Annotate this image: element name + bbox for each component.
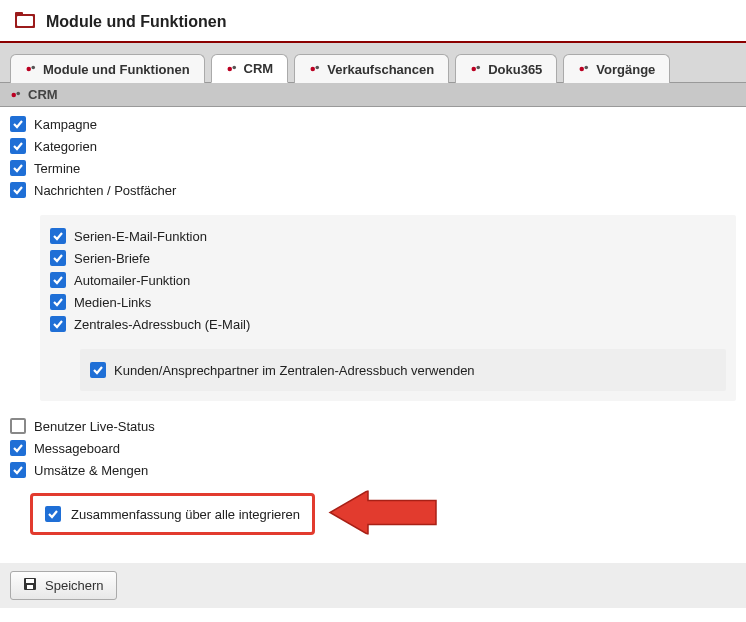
footer-bar: Speichern [0, 563, 746, 608]
tab-doku365[interactable]: Doku365 [455, 54, 557, 83]
tab-label: Doku365 [488, 62, 542, 77]
label-messageboard: Messageboard [34, 441, 120, 456]
label-benutzer-live: Benutzer Live-Status [34, 419, 155, 434]
gear-icon [226, 63, 238, 75]
save-icon [23, 577, 37, 594]
checkbox-kategorien[interactable] [10, 138, 26, 154]
gear-icon [470, 63, 482, 75]
svg-point-5 [227, 66, 232, 71]
checkbox-umsaetze[interactable] [10, 462, 26, 478]
gear-icon [10, 89, 22, 101]
label-serien-briefe: Serien-Briefe [74, 251, 150, 266]
tab-label: Verkaufschancen [327, 62, 434, 77]
label-zusammenfassung: Zusammenfassung über alle integrieren [71, 507, 300, 522]
svg-point-6 [232, 65, 236, 69]
highlight-box: Zusammenfassung über alle integrieren [30, 493, 315, 535]
svg-point-13 [12, 92, 17, 97]
checkbox-benutzer-live[interactable] [10, 418, 26, 434]
tab-module-funktionen[interactable]: Module und Funktionen [10, 54, 205, 83]
checkbox-medien-links[interactable] [50, 294, 66, 310]
settings-content: Kampagne Kategorien Termine Nachrichten … [0, 107, 746, 549]
label-umsaetze: Umsätze & Mengen [34, 463, 148, 478]
svg-point-4 [31, 66, 35, 70]
section-head-label: CRM [28, 87, 58, 102]
checkbox-nachrichten[interactable] [10, 182, 26, 198]
svg-rect-1 [17, 16, 33, 26]
svg-point-10 [477, 66, 481, 70]
checkbox-serien-briefe[interactable] [50, 250, 66, 266]
checkbox-zentrales-adressbuch[interactable] [50, 316, 66, 332]
svg-point-9 [472, 67, 477, 72]
label-kampagne: Kampagne [34, 117, 97, 132]
checkbox-automailer[interactable] [50, 272, 66, 288]
nachrichten-subgroup: Serien-E-Mail-Funktion Serien-Briefe Aut… [40, 215, 736, 401]
label-automailer: Automailer-Funktion [74, 273, 190, 288]
svg-point-7 [311, 67, 316, 72]
svg-point-11 [580, 67, 585, 72]
label-termine: Termine [34, 161, 80, 176]
tab-label: Vorgänge [596, 62, 655, 77]
arrow-icon [328, 491, 438, 538]
tab-label: CRM [244, 61, 274, 76]
gear-icon [578, 63, 590, 75]
svg-rect-17 [27, 585, 33, 589]
checkbox-kampagne[interactable] [10, 116, 26, 132]
gear-icon [25, 63, 37, 75]
label-nachrichten: Nachrichten / Postfächer [34, 183, 176, 198]
tab-bar: Module und Funktionen CRM Verkaufschance… [0, 43, 746, 83]
checkbox-termine[interactable] [10, 160, 26, 176]
tab-label: Module und Funktionen [43, 62, 190, 77]
save-button-label: Speichern [45, 578, 104, 593]
label-medien-links: Medien-Links [74, 295, 151, 310]
label-kategorien: Kategorien [34, 139, 97, 154]
checkbox-serien-email[interactable] [50, 228, 66, 244]
section-head-crm: CRM [0, 83, 746, 107]
tab-verkaufschancen[interactable]: Verkaufschancen [294, 54, 449, 83]
svg-point-14 [16, 91, 20, 95]
label-serien-email: Serien-E-Mail-Funktion [74, 229, 207, 244]
svg-point-12 [585, 66, 589, 70]
label-zentrales-adressbuch: Zentrales-Adressbuch (E-Mail) [74, 317, 250, 332]
save-button[interactable]: Speichern [10, 571, 117, 600]
label-kunden-ansprechpartner: Kunden/Ansprechpartner im Zentralen-Adre… [114, 363, 475, 378]
checkbox-kunden-ansprechpartner[interactable] [90, 362, 106, 378]
svg-point-8 [316, 66, 320, 70]
checkbox-zusammenfassung[interactable] [45, 506, 61, 522]
folder-icon [14, 10, 36, 33]
svg-point-3 [27, 67, 32, 72]
tab-crm[interactable]: CRM [211, 54, 289, 83]
gear-icon [309, 63, 321, 75]
checkbox-messageboard[interactable] [10, 440, 26, 456]
adressbuch-subgroup: Kunden/Ansprechpartner im Zentralen-Adre… [80, 349, 726, 391]
svg-rect-16 [26, 579, 34, 583]
tab-vorgaenge[interactable]: Vorgänge [563, 54, 670, 83]
page-header: Module und Funktionen [0, 0, 746, 43]
svg-rect-2 [15, 12, 23, 16]
page-title: Module und Funktionen [46, 13, 226, 31]
